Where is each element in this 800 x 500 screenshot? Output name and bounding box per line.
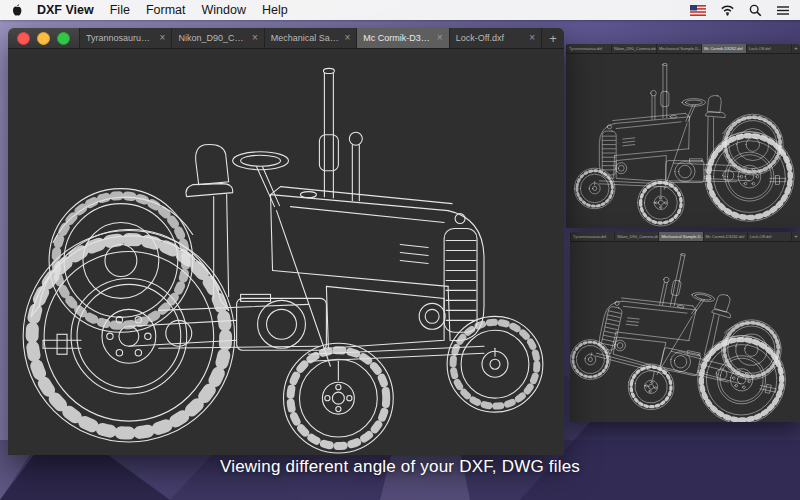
tab-lock-off-dxf[interactable]: Lock-Off.dxf × [449, 28, 541, 48]
apple-logo-icon [10, 3, 22, 17]
mini-tab[interactable]: Tyrannosaurua.dxf [570, 232, 614, 241]
mini-tab[interactable]: Mc Cormik-D3262.dxf [701, 44, 746, 53]
menu-app-name[interactable]: DXF View [37, 3, 94, 17]
tab-label: Tyrannosaurua.dxf [86, 33, 155, 43]
mini-new-tab-button[interactable]: + [791, 232, 800, 241]
mini-tab[interactable]: Mechanical Sample-D... [658, 232, 702, 241]
mini-tab[interactable]: Lock-Off.dxf [746, 44, 791, 53]
wifi-icon[interactable] [720, 4, 735, 16]
tab-label: Mechanical Sample-D... [271, 33, 340, 43]
menu-file[interactable]: File [110, 3, 130, 17]
tractor-wireframe-angle-3 [570, 242, 800, 422]
menu-bar: DXF View File Format Window Help [0, 0, 800, 20]
screen: DXF View File Format Window Help [0, 0, 800, 500]
window-controls [8, 28, 79, 48]
preview-canvas[interactable] [570, 242, 800, 422]
dxf-canvas[interactable] [8, 49, 564, 455]
mini-tab[interactable]: Nikon_D90_Camera.dxf [611, 44, 656, 53]
dxf-view-window: Tyrannosaurua.dxf × Nikon_D90_Camera.dxf… [8, 28, 564, 455]
mini-tab[interactable]: Mechanical Sample-D... [656, 44, 701, 53]
tab-close-icon[interactable]: × [344, 33, 350, 43]
mini-tab[interactable]: Tyrannosaurua.dxf [566, 44, 611, 53]
tab-close-icon[interactable]: × [252, 33, 258, 43]
mini-tab[interactable]: Nikon_D90_Camera.dxf [614, 232, 658, 241]
close-window-button[interactable] [17, 32, 30, 45]
notification-center-icon[interactable] [776, 5, 790, 16]
tab-label: Nikon_D90_Camera.dxf [178, 33, 247, 43]
preview-tab-bar: Tyrannosaurua.dxf Nikon_D90_Camera.dxf M… [566, 44, 800, 54]
preview-tab-bar: Tyrannosaurua.dxf Nikon_D90_Camera.dxf M… [570, 232, 800, 242]
menu-window[interactable]: Window [201, 3, 245, 17]
tab-label: Mc Cormik-D3262.dxf [363, 33, 432, 43]
tractor-wireframe [8, 49, 564, 455]
zoom-window-button[interactable] [57, 32, 70, 45]
preview-canvas[interactable] [566, 54, 800, 228]
spotlight-search-icon[interactable] [749, 4, 762, 17]
us-flag-icon[interactable] [690, 5, 706, 16]
new-tab-button[interactable]: + [541, 28, 564, 48]
tab-close-icon[interactable]: × [529, 33, 535, 43]
tab-mc-cormik-d3262-dxf[interactable]: Mc Cormik-D3262.dxf × [356, 28, 448, 48]
marketing-caption: Viewing different angle of your DXF, DWG… [0, 457, 800, 477]
tractor-wireframe-angle-2 [566, 54, 800, 228]
tab-bar: Tyrannosaurua.dxf × Nikon_D90_Camera.dxf… [8, 28, 564, 49]
mini-tab[interactable]: Lock-Off.dxf [747, 232, 791, 241]
apple-menu-icon[interactable] [10, 3, 23, 18]
mini-new-tab-button[interactable]: + [791, 44, 800, 53]
mini-tab[interactable]: Mc Cormik-D3262.dxf [703, 232, 747, 241]
minimize-window-button[interactable] [37, 32, 50, 45]
preview-window-angle-3[interactable]: Tyrannosaurua.dxf Nikon_D90_Camera.dxf M… [570, 232, 800, 422]
tab-label: Lock-Off.dxf [456, 33, 525, 43]
tab-close-icon[interactable]: × [437, 33, 443, 43]
menu-help[interactable]: Help [262, 3, 288, 17]
menubar-status-area [690, 4, 790, 17]
tab-mechanical-sample-dxf[interactable]: Mechanical Sample-D... × [264, 28, 356, 48]
tab-tyrannosaurua-dxf[interactable]: Tyrannosaurua.dxf × [79, 28, 171, 48]
menu-format[interactable]: Format [146, 3, 186, 17]
tab-nikon-d90-camera-dxf[interactable]: Nikon_D90_Camera.dxf × [171, 28, 263, 48]
tab-close-icon[interactable]: × [160, 33, 166, 43]
preview-window-angle-2[interactable]: Tyrannosaurua.dxf Nikon_D90_Camera.dxf M… [566, 44, 800, 228]
